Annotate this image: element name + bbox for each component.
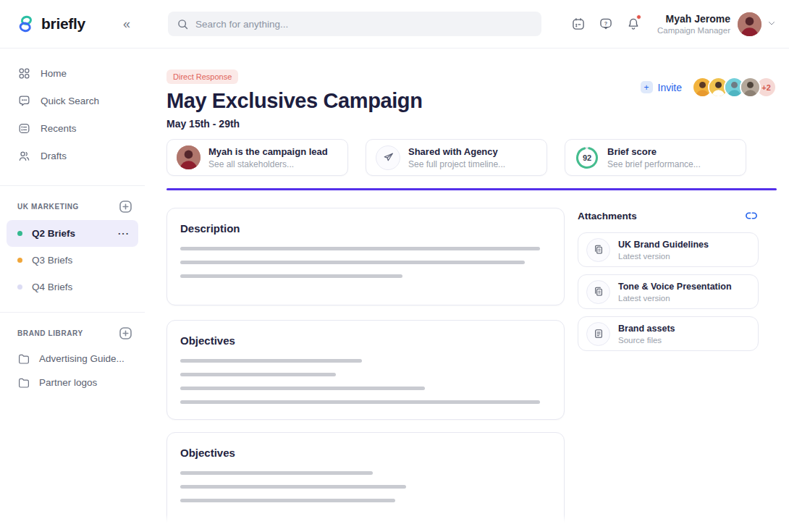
chevron-down-icon[interactable] [767, 17, 776, 30]
attachment-uk-brand-guidelines[interactable]: UK Brand Guidelines Latest version [578, 232, 759, 267]
add-section-icon[interactable] [119, 327, 132, 339]
status-dot [17, 258, 22, 263]
grid-icon [17, 67, 31, 80]
search-icon [177, 18, 189, 30]
people-icon [17, 149, 31, 163]
card-heading: Objectives [180, 447, 551, 459]
sidebar-item-home[interactable]: Home [0, 59, 145, 87]
sidebar-item-quick-search[interactable]: Quick Search [0, 87, 145, 114]
copy-doc-icon [586, 238, 610, 262]
campaign-lead-card[interactable]: Myah is the campaign lead See all stakeh… [166, 139, 348, 176]
sidebar-collapse-icon[interactable]: « [123, 17, 130, 30]
sidebar-item-partner-logos[interactable]: Partner logos [0, 371, 145, 394]
description-card[interactable]: Description [166, 208, 565, 305]
attachment-tone-voice-presentation[interactable]: Tone & Voice Presentation Latest version [578, 274, 759, 309]
help-icon[interactable]: ? [598, 16, 614, 32]
brief-score-value: 92 [575, 145, 599, 170]
svg-text:?: ? [604, 21, 607, 27]
sidebar-item-advertising-guide[interactable]: Advertising Guide... [0, 347, 145, 371]
status-dot [17, 284, 22, 290]
placeholder-line [180, 274, 402, 278]
app-window: briefly « [0, 0, 789, 532]
lead-avatar [177, 145, 201, 169]
add-section-icon[interactable] [119, 200, 132, 213]
date-range: May 15th - 29th [166, 118, 777, 130]
objectives-card[interactable]: Objectives [166, 320, 565, 420]
briefly-logo-icon [16, 14, 36, 34]
plus-icon: + [641, 81, 653, 93]
placeholder-line [180, 359, 362, 363]
copy-doc-icon [586, 280, 610, 304]
category-badge: Direct Response [166, 69, 238, 84]
sidebar: Home Quick Search Recents [0, 48, 145, 532]
user-role: Campaign Manager [657, 26, 730, 35]
attachments-heading: Attachments [578, 211, 637, 221]
top-bar: briefly « [0, 0, 789, 48]
placeholder-line [180, 499, 395, 502]
placeholder-line [180, 471, 373, 475]
doc-lines-icon [586, 322, 610, 346]
sidebar-item-q4-briefs[interactable]: Q4 Briefs [7, 274, 138, 300]
card-heading: Description [180, 222, 551, 235]
sidebar-item-q3-briefs[interactable]: Q3 Briefs [7, 247, 138, 274]
recents-icon [17, 122, 31, 135]
placeholder-line [180, 247, 540, 250]
shared-with-agency-card[interactable]: Shared with Agency See full project time… [366, 139, 547, 176]
team-avatar-stack: +2 [692, 77, 777, 98]
sidebar-item-q2-briefs[interactable]: Q2 Briefs ··· [7, 220, 138, 247]
main-content: Direct Response May Exclusives Campaign … [145, 48, 789, 532]
objectives-card-2[interactable]: Objectives [166, 432, 565, 532]
global-search[interactable] [168, 12, 541, 36]
avatar[interactable] [740, 77, 761, 98]
brief-score-card[interactable]: 92 Brief score See brief performance... [565, 139, 746, 176]
placeholder-line [180, 387, 425, 390]
search-input[interactable] [195, 19, 533, 30]
placeholder-line [180, 400, 540, 404]
more-options-icon[interactable]: ··· [118, 228, 130, 239]
invite-button[interactable]: + Invite [641, 81, 682, 93]
chat-icon [17, 94, 31, 108]
status-dot [17, 231, 22, 236]
placeholder-line [180, 373, 336, 376]
folder-icon [17, 352, 30, 366]
logo-text: briefly [41, 15, 85, 33]
score-ring: 92 [575, 145, 599, 170]
sidebar-item-drafts[interactable]: Drafts [0, 142, 145, 169]
calendar-icon[interactable] [570, 16, 586, 32]
section-title-brand-library: BRAND LIBRARY [17, 329, 83, 337]
accent-divider [166, 188, 777, 190]
paper-plane-icon [376, 145, 400, 170]
user-info: Myah Jerome Campaign Manager [657, 13, 730, 35]
card-heading: Objectives [180, 334, 551, 347]
user-name: Myah Jerome [657, 13, 730, 25]
section-title-uk-marketing: UK MARKETING [17, 203, 79, 211]
link-icon[interactable] [744, 208, 759, 223]
placeholder-line [180, 261, 525, 264]
user-avatar[interactable] [738, 12, 761, 36]
notification-dot [636, 14, 641, 20]
app-logo: briefly [16, 14, 85, 34]
attachment-brand-assets[interactable]: Brand assets Source files [578, 316, 759, 351]
notifications-bell-icon[interactable] [625, 16, 641, 32]
placeholder-line [180, 485, 406, 489]
sidebar-item-recents[interactable]: Recents [0, 114, 145, 142]
folder-icon [17, 376, 30, 389]
